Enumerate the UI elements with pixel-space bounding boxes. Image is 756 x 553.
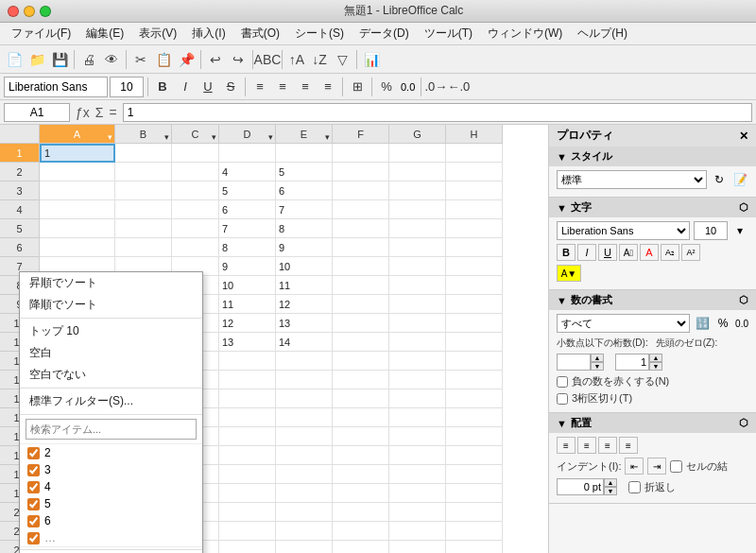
cell-G6[interactable] — [389, 238, 446, 257]
cell-G5[interactable] — [389, 219, 446, 238]
function-wizard-icon[interactable]: ƒx — [74, 105, 92, 120]
cell-H10[interactable] — [446, 314, 503, 333]
cell-H11[interactable] — [446, 333, 503, 352]
collapse-number-icon[interactable]: ▼ — [557, 295, 567, 306]
window-controls[interactable] — [8, 6, 51, 17]
font-italic-btn[interactable]: I — [577, 244, 596, 261]
cell-F7[interactable] — [333, 257, 389, 276]
cell-D2[interactable]: 4 — [219, 163, 276, 181]
cell-H9[interactable] — [446, 295, 503, 314]
row-header-3[interactable]: 3 — [0, 181, 40, 200]
new-button[interactable]: 📄 — [4, 49, 25, 70]
cell-F8[interactable] — [333, 276, 389, 295]
cell-E5[interactable]: 8 — [276, 219, 333, 238]
font-super-btn[interactable]: A² — [681, 244, 700, 261]
cell-G11[interactable] — [389, 333, 446, 352]
open-button[interactable]: 📁 — [26, 49, 47, 70]
print-button[interactable]: 🖨 — [78, 49, 99, 70]
align-right-button[interactable]: ≡ — [295, 77, 316, 97]
cell-G8[interactable] — [389, 276, 446, 295]
menu-window[interactable]: ウィンドウ(W) — [480, 24, 570, 43]
decimal-up-btn[interactable]: ▲ — [591, 354, 604, 362]
cell-H8[interactable] — [446, 276, 503, 295]
sort-desc-button[interactable]: ↓Z — [309, 49, 330, 70]
font-bold-btn[interactable]: B — [557, 244, 576, 261]
cell-A5[interactable] — [40, 219, 115, 238]
cell-F3[interactable] — [333, 181, 389, 200]
cell-E1[interactable] — [276, 144, 333, 163]
cell-F10[interactable] — [333, 314, 389, 333]
thousands-checkbox[interactable] — [557, 393, 568, 405]
indent-up-btn[interactable]: ▲ — [604, 478, 617, 487]
cell-E11[interactable]: 14 — [276, 333, 333, 352]
align-right-btn[interactable]: ≡ — [598, 437, 617, 454]
menu-data[interactable]: データ(D) — [352, 24, 417, 43]
cell-F5[interactable] — [333, 219, 389, 238]
row-header-4[interactable]: 4 — [0, 200, 40, 219]
cell-D4[interactable]: 6 — [219, 200, 276, 219]
cell-D7[interactable]: 9 — [219, 257, 276, 276]
font-underline-btn[interactable]: U — [598, 244, 617, 261]
cell-G1[interactable] — [389, 144, 446, 163]
col-header-H[interactable]: H — [446, 125, 503, 144]
cell-F11[interactable] — [333, 333, 389, 352]
col-header-E[interactable]: E ▾ — [276, 125, 333, 144]
decimal-places-input[interactable] — [557, 354, 591, 371]
cell-C2[interactable] — [172, 163, 219, 181]
align-center-btn[interactable]: ≡ — [577, 437, 596, 454]
cell-A2[interactable] — [40, 163, 115, 181]
cell-B4[interactable] — [115, 200, 172, 219]
align-left-button[interactable]: ≡ — [249, 77, 270, 97]
cell-A4[interactable] — [40, 200, 115, 219]
align-left-btn[interactable]: ≡ — [557, 437, 576, 454]
cell-D9[interactable]: 11 — [219, 295, 276, 314]
cell-D6[interactable]: 8 — [219, 238, 276, 257]
cell-B2[interactable] — [115, 163, 172, 181]
col-header-A[interactable]: A ▾ — [40, 125, 115, 144]
cell-F4[interactable] — [333, 200, 389, 219]
col-header-F[interactable]: F — [333, 125, 389, 144]
filter-sort-asc[interactable]: 昇順でソート — [20, 272, 202, 294]
cell-C3[interactable] — [172, 181, 219, 200]
cell-E9[interactable]: 12 — [276, 295, 333, 314]
percent-button[interactable]: % — [376, 77, 397, 97]
cell-B6[interactable] — [115, 238, 172, 257]
font-size-dropdown-icon[interactable]: ▾ — [731, 222, 748, 239]
font-color-btn[interactable]: A — [640, 244, 659, 261]
indent-increase-btn[interactable]: ⇥ — [647, 458, 666, 475]
cell-D1[interactable] — [219, 144, 276, 163]
cell-H4[interactable] — [446, 200, 503, 219]
equals-icon[interactable]: = — [107, 105, 118, 120]
cell-E7[interactable]: 10 — [276, 257, 333, 276]
cell-F9[interactable] — [333, 295, 389, 314]
leading-zeros-input[interactable]: 1 — [615, 354, 649, 371]
save-button[interactable]: 💾 — [49, 49, 70, 70]
font-size-input[interactable]: 10 — [110, 77, 144, 97]
col-header-D[interactable]: D ▾ — [219, 125, 276, 144]
cell-D8[interactable]: 10 — [219, 276, 276, 295]
filter-sort-desc[interactable]: 降順でソート — [20, 294, 202, 316]
zeros-down-btn[interactable]: ▼ — [649, 362, 662, 371]
undo-button[interactable]: ↩ — [205, 49, 226, 70]
cell-C1[interactable] — [172, 144, 219, 163]
filter-check-6[interactable]: 6 — [20, 512, 202, 529]
font-shadow-btn[interactable]: A⃥ — [619, 244, 638, 261]
filter-standard[interactable]: 標準フィルター(S)... — [20, 390, 202, 412]
wrap-checkbox[interactable] — [628, 481, 641, 493]
font-section-expand-icon[interactable]: ⬡ — [739, 201, 748, 214]
panel-close-icon[interactable]: ✕ — [739, 130, 748, 143]
style-apply-icon[interactable]: ↻ — [711, 171, 728, 188]
cell-H2[interactable] — [446, 163, 503, 181]
indent-value-input[interactable]: 0 pt — [557, 478, 604, 495]
close-button[interactable] — [8, 6, 19, 17]
col-header-C[interactable]: C ▾ — [172, 125, 219, 144]
col-header-B[interactable]: B ▾ — [115, 125, 172, 144]
justify-button[interactable]: ≡ — [318, 77, 338, 97]
autofilter-button[interactable]: ▽ — [332, 49, 352, 70]
copy-button[interactable]: 📋 — [153, 49, 174, 70]
font-name-input[interactable]: Liberation Sans — [4, 77, 108, 97]
cell-D3[interactable]: 5 — [219, 181, 276, 200]
cell-result-checkbox[interactable] — [670, 460, 682, 473]
row-header-6[interactable]: 6 — [0, 238, 40, 257]
row-header-2[interactable]: 2 — [0, 163, 40, 181]
